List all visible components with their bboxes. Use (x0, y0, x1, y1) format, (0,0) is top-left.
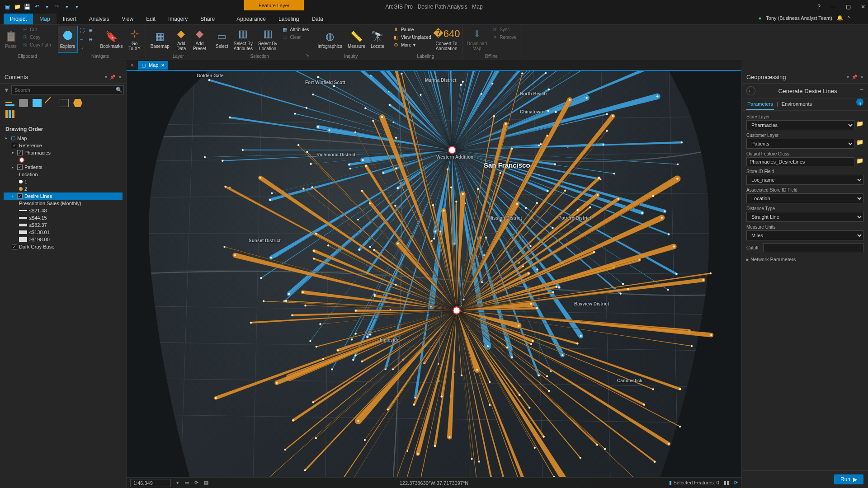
pause-drawing-icon[interactable]: ▮▮ (724, 480, 729, 486)
tab-project[interactable]: Project (4, 14, 33, 24)
list-data-source-icon[interactable] (19, 99, 28, 107)
list-snapping-icon[interactable] (60, 99, 69, 107)
notifications-icon[interactable]: 🔔 (837, 15, 843, 21)
download-map-button[interactable]: ⬇Download Map (465, 26, 489, 53)
nav-fixed-zoom-out-icon[interactable]: ⊖ (89, 37, 97, 45)
document-tab-map[interactable]: ▢Map✕ (138, 61, 168, 70)
pane-close-icon[interactable]: ✕ (118, 75, 122, 80)
pane-pin-icon[interactable]: 📌 (110, 75, 115, 80)
remove-button[interactable]: ✕Remove (491, 33, 517, 41)
undo-icon[interactable]: ↶ (33, 3, 41, 10)
map-view[interactable]: ✕ ▢Map✕ Golden Gate Fort Winfield Scott … (127, 71, 741, 488)
browse-icon[interactable]: 📁 (856, 157, 863, 166)
tab-share[interactable]: Share (194, 14, 221, 24)
view-unplaced-button[interactable]: ◧View Unplaced (392, 33, 432, 41)
undo-dropdown-icon[interactable]: ▾ (43, 3, 51, 10)
measure-button[interactable]: 📏Measure (346, 26, 367, 53)
locate-button[interactable]: 🔭Locate (369, 26, 386, 53)
minimize-icon[interactable]: — (830, 4, 836, 10)
toc-break-3[interactable]: ≤$82.37 (4, 221, 123, 229)
user-info[interactable]: ● Tony (Business Analyst Team) 🔔 ^ (759, 15, 850, 21)
toc-patients-1[interactable]: 1 (4, 178, 123, 185)
toc-patients-location[interactable]: Location (4, 171, 123, 178)
nav-fixed-zoom-in-icon[interactable]: ⊕ (89, 28, 97, 36)
run-button[interactable]: Run▶ (834, 474, 863, 484)
nav-next-extent-icon[interactable]: → (80, 45, 88, 53)
refresh-icon[interactable]: ⟳ (734, 480, 738, 486)
list-chart-icon[interactable] (5, 110, 14, 118)
gp-menu-icon[interactable]: ≡ (860, 87, 863, 94)
doctab-close-icon[interactable]: ✕ (161, 63, 165, 68)
scale-dropdown-icon[interactable]: ▾ (176, 480, 179, 486)
toc-patients-2[interactable]: 2 (4, 185, 123, 192)
basemap-button[interactable]: ▦Basemap (149, 26, 171, 53)
distance-type-select[interactable]: Straight Line (746, 212, 863, 222)
labeling-more-button[interactable]: ⚙More ▾ (392, 41, 432, 48)
infographics-button[interactable]: ◍Infographics (316, 26, 344, 53)
toc-basemap[interactable]: ✓Dark Gray Base (4, 243, 123, 250)
status-icon-2[interactable]: ⟳ (194, 480, 198, 486)
pane-menu-icon[interactable]: ▾ (105, 75, 107, 80)
toc-pharmacies-symbol[interactable] (4, 156, 123, 164)
tab-labeling[interactable]: Labeling (272, 14, 305, 24)
tab-view[interactable]: View (115, 14, 140, 24)
toc-break-2[interactable]: ≤$44.15 (4, 214, 123, 221)
output-fc-input[interactable] (746, 157, 854, 166)
list-selection-icon[interactable] (33, 99, 42, 107)
pane-pin-icon[interactable]: 📌 (852, 75, 857, 80)
browse-icon[interactable]: 📁 (856, 120, 863, 130)
toc-desire-lines[interactable]: ▾✓Desire Lines (4, 192, 123, 200)
convert-annotation-button[interactable]: �640Convert To Annotation (434, 26, 459, 53)
search-icon[interactable]: 🔍 (116, 87, 123, 93)
ribbon-collapse-icon[interactable]: ^ (848, 15, 850, 21)
selection-dialog-launcher[interactable]: ↘ (306, 53, 310, 60)
filter-icon[interactable]: ▼ (4, 87, 9, 94)
copy-button[interactable]: ⎘Copy (21, 33, 52, 41)
copy-path-button[interactable]: ⎘Copy Path (21, 41, 52, 48)
select-by-location-button[interactable]: ▥Select By Location (256, 26, 279, 53)
toc-reference[interactable]: ✓Reference (4, 142, 123, 149)
toc-break-1[interactable]: ≤$21.48 (4, 207, 123, 214)
sync-button[interactable]: ⟳Sync (491, 26, 517, 33)
store-id-select[interactable]: Loc_name (746, 175, 863, 185)
add-data-button[interactable]: ◆Add Data (173, 26, 189, 53)
redo-icon[interactable]: ↷ (53, 3, 61, 10)
pause-labeling-button[interactable]: ⏸Pause (392, 26, 432, 33)
close-icon[interactable]: ✕ (861, 4, 865, 10)
select-by-attributes-button[interactable]: ▥Select By Attributes (232, 26, 255, 53)
cut-button[interactable]: ✂Cut (21, 26, 52, 33)
scale-input[interactable]: 1:46,349 (130, 479, 171, 487)
browse-icon[interactable]: 📁 (856, 139, 863, 149)
bookmarks-button[interactable]: 🔖Bookmarks (99, 26, 125, 53)
doctab-close-pane-icon[interactable]: ✕ (130, 62, 134, 68)
tab-insert[interactable]: Insert (57, 14, 83, 24)
tab-appearance[interactable]: Appearance (230, 14, 272, 24)
tab-analysis[interactable]: Analysis (83, 14, 116, 24)
assoc-id-select[interactable]: Location (746, 193, 863, 203)
tab-edit[interactable]: Edit (140, 14, 162, 24)
list-editing-icon[interactable] (45, 97, 57, 109)
list-labeling-icon[interactable] (73, 99, 82, 107)
toc-pharmacies[interactable]: ▾✓Pharmacies (4, 149, 123, 156)
nav-full-extent-icon[interactable]: ⛶ (80, 28, 88, 36)
select-button[interactable]: ▭Select (214, 26, 230, 53)
toc-map[interactable]: ▸▢Map (4, 134, 123, 142)
pane-close-icon[interactable]: ✕ (860, 75, 863, 80)
network-params-expander[interactable]: ▸ Network Parameters (746, 257, 796, 262)
tab-data[interactable]: Data (305, 14, 329, 24)
search-input[interactable] (11, 85, 124, 94)
measure-units-select[interactable]: Miles (746, 230, 863, 240)
nav-prev-extent-icon[interactable]: ← (80, 37, 88, 45)
gp-back-icon[interactable]: ← (746, 86, 755, 95)
gp-tab-environments[interactable]: Environments (781, 99, 813, 110)
toc-tree[interactable]: Drawing Order ▸▢Map ✓Reference ▾✓Pharmac… (0, 121, 126, 488)
toc-break-4[interactable]: ≤$138.01 (4, 229, 123, 236)
customer-layer-select[interactable]: Patients (746, 139, 854, 149)
gp-help-icon[interactable]: ? (856, 99, 863, 106)
qat-customize-icon[interactable]: ▾ (73, 3, 80, 10)
attributes-button[interactable]: ▦Attributes (281, 26, 310, 33)
gp-tab-parameters[interactable]: Parameters (746, 99, 774, 110)
maximize-icon[interactable]: ▢ (846, 4, 851, 10)
project-icon[interactable]: ▣ (4, 3, 11, 10)
go-to-xy-button[interactable]: ⊹Go To XY (127, 26, 143, 53)
